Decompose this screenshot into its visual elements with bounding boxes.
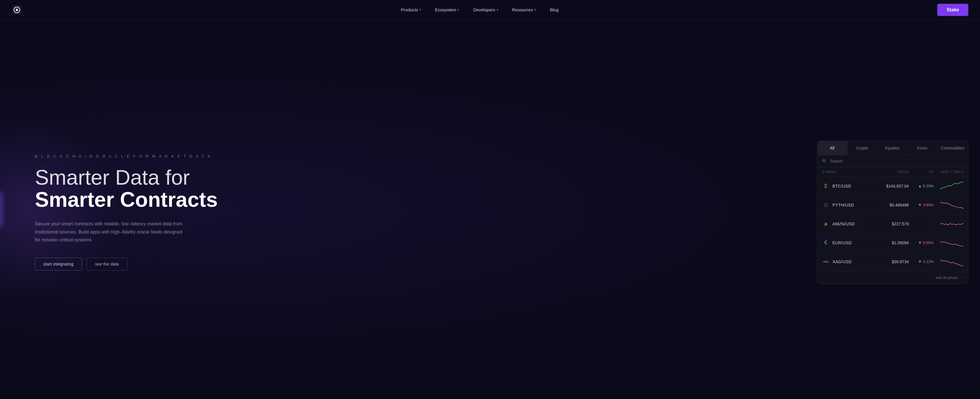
col-change: 7D — [909, 170, 934, 173]
btc-icon: ₿ — [822, 182, 830, 190]
chart-cell — [934, 219, 963, 229]
hero-buttons: start integrating see the data — [35, 258, 239, 270]
navbar: Products ▾ Ecosystem ▾ Developers ▾ Reso… — [0, 0, 980, 20]
change-cell: ▼ 2.12% — [909, 259, 934, 264]
search-icon: 🔍 — [822, 159, 827, 164]
nav-blog[interactable]: Blog — [550, 7, 559, 12]
tab-equities[interactable]: Equities — [877, 141, 907, 155]
symbol-cell: ₿ BTC/USD — [822, 182, 872, 190]
symbol-name: XAG/USD — [832, 259, 852, 264]
price-tabs: All Crypto Equities Forex Commodities — [817, 141, 968, 155]
tab-all[interactable]: All — [817, 141, 847, 155]
tab-forex[interactable]: Forex — [907, 141, 937, 155]
change-cell: ▼ 3.60% — [909, 203, 934, 207]
price-widget-container: All Crypto Equities Forex Commodities 🔍 … — [817, 141, 968, 284]
symbol-cell: XAG XAG/USD — [822, 258, 872, 265]
tab-crypto[interactable]: Crypto — [847, 141, 877, 155]
symbol-cell: ⬡ PYTH/USD — [822, 201, 872, 209]
hero-title: Smarter Data for Smarter Contracts — [35, 167, 239, 211]
change-cell: ▲ 5.15% — [909, 184, 934, 188]
logo[interactable] — [12, 5, 22, 15]
hero-content: B L O C K C H A I N O R A C L E F O R M … — [35, 154, 239, 270]
nav-products[interactable]: Products ▾ — [401, 7, 421, 12]
table-row[interactable]: ₿ BTC/USD $104,937.04 ▲ 5.15% — [817, 177, 968, 196]
hero-subtitle: B L O C K C H A I N O R A C L E F O R M … — [35, 154, 239, 159]
chart-cell — [934, 256, 963, 267]
nav-links: Products ▾ Ecosystem ▾ Developers ▾ Reso… — [401, 7, 559, 12]
hero-description: Secure your smart contracts with reliabl… — [35, 220, 186, 244]
sparkline-eur — [940, 238, 963, 248]
symbol-name: EUR/USD — [832, 240, 852, 245]
chevron-down-icon: ▾ — [420, 8, 421, 11]
search-input[interactable] — [830, 159, 963, 164]
price-cell: $0.466496 — [872, 203, 909, 207]
col-symbol: SYMBOL — [822, 170, 872, 173]
table-row[interactable]: € EUR/USD $1.05094 ▼ 0.55% — [817, 234, 968, 253]
col-chart: LAST 7 DAYS — [934, 170, 963, 173]
col-price: PRICE — [872, 170, 909, 173]
nav-right: Stake — [937, 4, 968, 16]
tab-commodities[interactable]: Commodities — [937, 141, 968, 155]
chart-cell — [934, 200, 963, 210]
search-bar: 🔍 — [817, 155, 968, 167]
price-cell: $1.05094 — [872, 240, 909, 245]
start-integrating-button[interactable]: start integrating — [35, 258, 82, 270]
symbol-cell: € EUR/USD — [822, 239, 872, 246]
chevron-down-icon: ▾ — [458, 8, 459, 11]
change-cell: – — [909, 222, 934, 226]
decorative-glow — [0, 192, 2, 227]
svg-point-1 — [16, 9, 18, 11]
stake-button[interactable]: Stake — [937, 4, 968, 16]
price-cell: $104,937.04 — [872, 184, 909, 188]
nav-resources[interactable]: Resources ▾ — [512, 7, 536, 12]
sparkline-xag — [940, 256, 963, 267]
table-row[interactable]: a AMZN/USD $227.579 – — [817, 215, 968, 234]
price-cell: $30.6734 — [872, 259, 909, 264]
symbol-name: PYTH/USD — [832, 203, 854, 207]
change-cell: ▼ 0.55% — [909, 240, 934, 245]
price-widget: All Crypto Equities Forex Commodities 🔍 … — [817, 141, 968, 284]
sparkline-pyth — [940, 200, 963, 210]
see-all-prices[interactable]: see all prices → — [817, 271, 968, 284]
amzn-icon: a — [822, 220, 830, 228]
symbol-cell: a AMZN/USD — [822, 220, 872, 228]
table-row[interactable]: ⬡ PYTH/USD $0.466496 ▼ 3.60% — [817, 196, 968, 215]
sparkline-amzn — [940, 219, 963, 229]
xag-icon: XAG — [822, 258, 830, 265]
chevron-down-icon: ▾ — [535, 8, 536, 11]
pyth-icon: ⬡ — [822, 201, 830, 209]
chart-cell — [934, 238, 963, 248]
symbol-name: BTC/USD — [832, 184, 851, 188]
sparkline-btc — [940, 181, 963, 191]
nav-developers[interactable]: Developers ▾ — [473, 7, 498, 12]
nav-ecosystem[interactable]: Ecosystem ▾ — [435, 7, 459, 12]
see-the-data-button[interactable]: see the data — [87, 258, 127, 270]
symbol-name: AMZN/USD — [832, 222, 854, 226]
table-header: SYMBOL PRICE 7D LAST 7 DAYS — [817, 167, 968, 177]
chevron-down-icon: ▾ — [497, 8, 498, 11]
hero-section: B L O C K C H A I N O R A C L E F O R M … — [0, 20, 980, 399]
eur-icon: € — [822, 239, 830, 246]
table-row[interactable]: XAG XAG/USD $30.6734 ▼ 2.12% — [817, 253, 968, 271]
price-cell: $227.579 — [872, 222, 909, 226]
chart-cell — [934, 181, 963, 191]
